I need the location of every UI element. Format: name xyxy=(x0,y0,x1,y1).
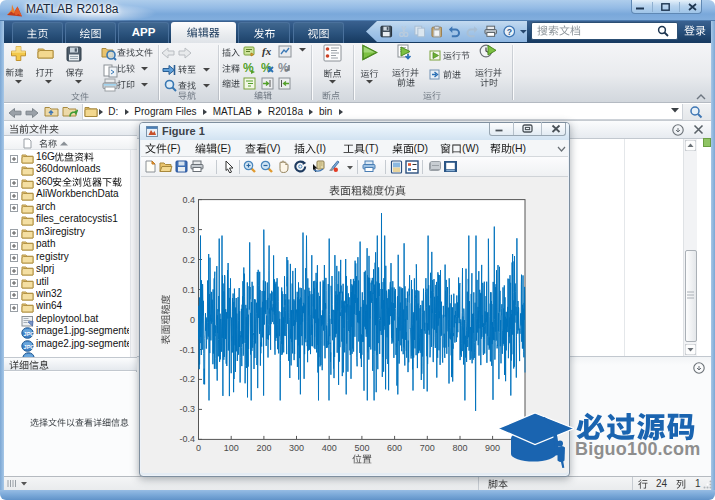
svg-text:0: 0 xyxy=(190,315,195,325)
svg-text:0.4: 0.4 xyxy=(182,195,195,205)
svg-text:400: 400 xyxy=(322,443,337,453)
svg-text:-0.2: -0.2 xyxy=(179,374,195,384)
svg-text:0: 0 xyxy=(196,443,201,453)
svg-text:800: 800 xyxy=(452,443,467,453)
svg-text:700: 700 xyxy=(420,443,435,453)
svg-text:0.2: 0.2 xyxy=(182,255,195,265)
svg-text:-0.4: -0.4 xyxy=(179,434,195,444)
svg-text:fx: fx xyxy=(262,45,272,57)
svg-text:%: % xyxy=(278,61,289,74)
svg-text:0.1: 0.1 xyxy=(182,285,195,295)
svg-text:600: 600 xyxy=(387,443,402,453)
svg-text:200: 200 xyxy=(256,443,271,453)
svg-text:?: ? xyxy=(507,27,512,37)
svg-text:-0.3: -0.3 xyxy=(179,404,195,414)
svg-text:%: % xyxy=(261,61,272,74)
svg-text:-0.1: -0.1 xyxy=(179,345,195,355)
svg-text:100: 100 xyxy=(224,443,239,453)
svg-text:0.3: 0.3 xyxy=(182,225,195,235)
svg-text:500: 500 xyxy=(354,443,369,453)
svg-text:JPG: JPG xyxy=(24,331,34,337)
svg-text:300: 300 xyxy=(289,443,304,453)
svg-text:JPG: JPG xyxy=(24,343,34,349)
